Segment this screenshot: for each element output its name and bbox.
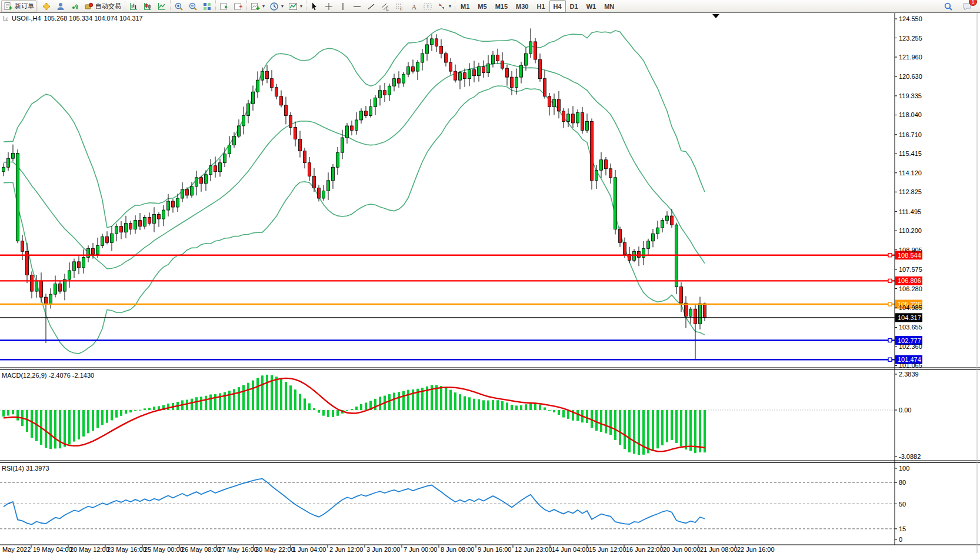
chart-shift-icon [234, 2, 243, 11]
macd-histogram-bar [431, 385, 433, 410]
candle-body [336, 152, 339, 167]
candle-body [553, 99, 556, 107]
macd-histogram-bar [45, 410, 47, 448]
candle-body [478, 67, 481, 76]
trendline-button[interactable] [364, 0, 378, 12]
line-chart-icon [157, 2, 166, 11]
macd-histogram-bar [416, 389, 419, 410]
crosshair-button[interactable] [322, 0, 336, 12]
macd-signal-line [4, 378, 705, 451]
candle-body [544, 79, 546, 96]
candle-body [398, 79, 401, 84]
signals-button[interactable] [68, 0, 82, 12]
community-button[interactable] [54, 0, 68, 12]
candle-body [115, 226, 118, 234]
arrows-button[interactable]: ▾ [435, 0, 454, 12]
price-tag [895, 251, 922, 259]
line-handle[interactable] [888, 339, 892, 342]
timeframe-w1-button[interactable]: W1 [582, 0, 601, 12]
zoom-out-button[interactable] [186, 0, 200, 12]
candle-body [609, 169, 612, 178]
tile-windows-button[interactable] [200, 0, 214, 12]
candle-body [656, 228, 659, 234]
macd-histogram-bar [384, 396, 386, 410]
timeframe-m5-button[interactable]: M5 [474, 0, 491, 12]
candle-body [459, 73, 462, 81]
bar-chart-button[interactable] [126, 0, 141, 12]
time-axis[interactable]: May 202219 May 04:0020 May 12:0023 May 1… [2, 545, 775, 553]
vertical-line-button[interactable] [336, 0, 350, 12]
mt4-window: 新订单 自动交易 [0, 0, 980, 553]
candle-body [186, 189, 189, 195]
text-button[interactable]: A [406, 0, 421, 12]
line-handle[interactable] [888, 358, 892, 361]
time-tick-label: 14 Jun 04:00 [552, 546, 589, 553]
line-chart-button[interactable] [155, 0, 169, 12]
candle-body [205, 175, 208, 184]
macd-histogram-bar [369, 401, 372, 410]
line-handle[interactable] [888, 254, 892, 257]
candle-body [68, 271, 71, 279]
timeframe-mn-button[interactable]: MN [600, 0, 618, 12]
text-label-button[interactable]: T [421, 0, 435, 12]
candle-body [31, 275, 34, 291]
candle-body [534, 42, 537, 59]
candlestick-chart-button[interactable] [141, 0, 155, 12]
candle-body [591, 121, 594, 180]
candle-body [351, 126, 354, 131]
fibonacci-button[interactable]: F [392, 0, 406, 12]
auto-trading-button[interactable]: 自动交易 [82, 0, 124, 12]
macd-histogram-bar [7, 410, 9, 415]
timeframe-m15-button[interactable]: M15 [491, 0, 512, 12]
rsi-tick-label: 100 [899, 465, 909, 472]
price-axis[interactable]: 124.550123.255121.960120.630119.335118.0… [895, 15, 922, 543]
macd-histogram-bar [595, 410, 598, 431]
macd-histogram-bar [487, 401, 489, 410]
line-handle[interactable] [888, 279, 892, 282]
rsi-tick-label: 50 [899, 501, 906, 508]
macd-histogram-bar [12, 410, 14, 414]
new-chart-icon [251, 2, 260, 11]
notifications-button[interactable]: 1 [960, 0, 974, 12]
macd-histogram-bar [21, 410, 24, 426]
rsi-tick-label: 0 [899, 536, 902, 543]
timeframe-m1-button[interactable]: M1 [456, 0, 474, 12]
candle-body [327, 181, 330, 191]
candle-body [600, 160, 603, 171]
macd-histogram-bar [153, 407, 155, 410]
line-handle[interactable] [888, 302, 892, 306]
macd-histogram-bar [365, 402, 367, 410]
scroll-to-end-marker[interactable] [712, 14, 719, 18]
macd-histogram-bar [224, 392, 226, 410]
timeframe-h1-button[interactable]: H1 [532, 0, 549, 12]
macd-histogram-bar [16, 410, 19, 421]
cursor-button[interactable] [308, 0, 322, 12]
new-order-button[interactable]: 新订单 [1, 0, 36, 12]
candle-body [685, 303, 688, 317]
candle-body [562, 111, 565, 122]
new-chart-button[interactable]: ▾ [248, 0, 267, 12]
macd-histogram-bar [129, 410, 132, 412]
search-button[interactable] [941, 0, 955, 12]
macd-histogram-bar [421, 388, 424, 410]
period-selector-button[interactable]: ▾ [267, 0, 286, 12]
auto-scroll-button[interactable] [217, 0, 231, 12]
horizontal-line-button[interactable] [350, 0, 364, 12]
timeframe-h4-button[interactable]: H4 [549, 0, 566, 12]
macd-histogram-bar [289, 385, 292, 410]
timeframe-m30-button[interactable]: M30 [512, 0, 532, 12]
equidistant-channel-button[interactable]: E [378, 0, 392, 12]
macd-histogram-bar [139, 410, 141, 411]
macd-histogram-bar [544, 407, 546, 410]
macd-histogram-bar [609, 410, 612, 435]
market-watch-button[interactable] [39, 0, 54, 12]
price-tick-label: 102.360 [899, 343, 922, 350]
candle-body [148, 218, 151, 224]
chart-shift-button[interactable] [231, 0, 245, 12]
candle-body [402, 74, 405, 83]
indicators-button[interactable]: ▾ [286, 0, 305, 12]
price-tick-label: 121.960 [899, 54, 922, 61]
candle-body [256, 80, 259, 92]
timeframe-d1-button[interactable]: D1 [566, 0, 582, 12]
zoom-in-button[interactable] [172, 0, 186, 12]
